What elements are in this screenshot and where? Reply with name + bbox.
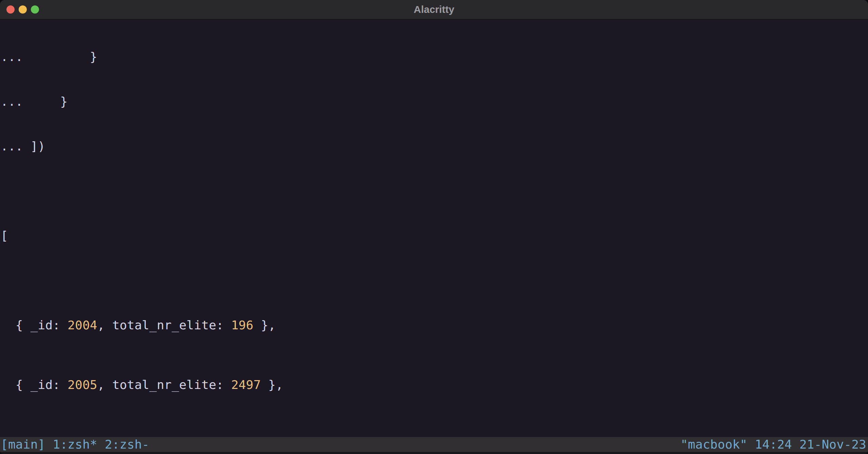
row-year-value: 2005 [67, 378, 97, 392]
window-titlebar: Alacritty [0, 0, 868, 20]
terminal-line: ... } [1, 49, 868, 64]
row-year-value: 2004 [67, 318, 97, 332]
traffic-lights [6, 5, 39, 14]
alacritty-window: Alacritty ... } ... } ... ]) [ { _id: 20… [0, 0, 868, 454]
close-button[interactable] [6, 5, 15, 14]
row-prefix: { _id: [1, 378, 67, 392]
row-suffix: }, [253, 318, 276, 332]
row-elite-count: 2497 [231, 378, 261, 392]
result-row: { _id: 2004, total_nr_elite: 196 }, [1, 318, 868, 333]
array-open-bracket: [ [1, 228, 868, 243]
row-key-label: , total_nr_elite: [97, 318, 231, 332]
window-bottom-edge [0, 452, 868, 454]
tmux-status-left: [main] 1:zsh* 2:zsh- [1, 437, 149, 452]
zoom-button[interactable] [31, 5, 39, 14]
terminal-line: ... } [1, 94, 868, 109]
tmux-status-right: "macbook" 14:24 21-Nov-23 [680, 437, 866, 452]
row-prefix: { _id: [1, 318, 67, 332]
query-result-rows: { _id: 2004, total_nr_elite: 196 }, { _i… [1, 288, 868, 436]
row-suffix: }, [261, 378, 283, 392]
row-elite-count: 196 [231, 318, 254, 332]
window-title: Alacritty [414, 4, 454, 15]
terminal-line-blank [1, 184, 868, 199]
tmux-status-bar: [main] 1:zsh* 2:zsh- "macbook" 14:24 21-… [0, 437, 868, 452]
minimize-button[interactable] [19, 5, 27, 14]
result-row: { _id: 2005, total_nr_elite: 2497 }, [1, 377, 868, 392]
row-key-label: , total_nr_elite: [97, 378, 231, 392]
terminal-line: ... ]) [1, 139, 868, 154]
terminal-output[interactable]: ... } ... } ... ]) [ { _id: 2004, total_… [1, 20, 868, 436]
